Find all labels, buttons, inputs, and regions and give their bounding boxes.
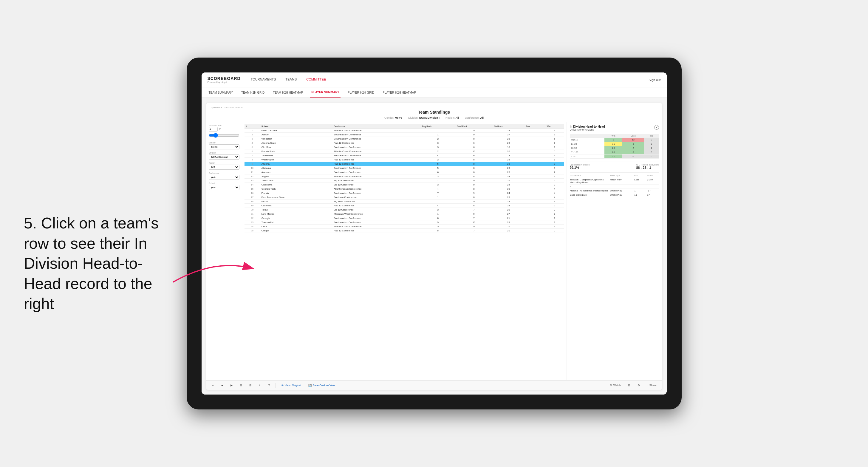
- tour-type: [610, 185, 633, 188]
- subnav-team-h2h-grid[interactable]: TEAM H2H GRID: [240, 87, 266, 97]
- win-cell: 1: [545, 154, 564, 158]
- conf-rank-cell: 9: [455, 212, 493, 216]
- settings-button[interactable]: ⚙: [636, 383, 642, 387]
- copy-button[interactable]: ⊞: [238, 383, 244, 387]
- subnav-player-summary[interactable]: PLAYER SUMMARY: [310, 87, 341, 97]
- conference-cell: Southeastern Conference: [333, 191, 421, 195]
- h2h-loss-cell: 0: [622, 154, 644, 159]
- main-content: Update time: 27/03/2024 16:56:26 Team St…: [202, 98, 667, 395]
- nav-committee[interactable]: COMMITTEE: [305, 77, 327, 82]
- school-select[interactable]: (All): [209, 185, 240, 190]
- rank-cell: 22: [245, 216, 260, 220]
- rank-cell: 6: [245, 149, 260, 154]
- h2h-header: In Division Head-to-Head University of A…: [570, 125, 659, 131]
- clock-button[interactable]: ⏱: [266, 383, 272, 387]
- table-row[interactable]: 16 Florida Southeastern Conference 7 9 2…: [245, 191, 564, 195]
- col-conference: Conference: [333, 124, 421, 128]
- step-forward-button[interactable]: ▶: [229, 383, 235, 387]
- table-row[interactable]: 2 Auburn Southeastern Conference 1 9 27 …: [245, 133, 564, 137]
- table-row[interactable]: 3 Vanderbilt Southeastern Conference 2 8…: [245, 137, 564, 141]
- conf-rank-cell: 8: [455, 175, 493, 179]
- nav-teams[interactable]: TEAMS: [284, 77, 298, 82]
- region-select[interactable]: N/A All: [209, 165, 240, 170]
- no-rnds-cell: 30: [493, 187, 525, 191]
- win-cell: 4: [545, 187, 564, 191]
- share-button[interactable]: ↑ Share: [645, 383, 658, 387]
- tour-cell: [525, 187, 545, 191]
- tournament-row: 1: [570, 185, 659, 189]
- table-row[interactable]: 19 California Pac-12 Conference 4 8 24 2: [245, 204, 564, 208]
- reg-rank-cell: 1: [421, 133, 455, 137]
- table-row[interactable]: 25 Oregon Pac-12 Conference 5 7 21 0: [245, 229, 564, 233]
- table-row[interactable]: 5 Ole Miss Southeastern Conference 3 6 1…: [245, 145, 564, 149]
- table-row[interactable]: 1 North Carolina Atlantic Coast Conferen…: [245, 128, 564, 133]
- wlt-stat: W-L-T record in-division: 86 - 26 - 1: [636, 164, 659, 169]
- table-row[interactable]: 6 Florida State Atlantic Coast Conferenc…: [245, 149, 564, 154]
- subnav-team-h2h-heatmap[interactable]: TEAM H2H HEATMAP: [272, 87, 304, 97]
- conference-select[interactable]: (All): [209, 175, 240, 180]
- subnav-player-h2h-heatmap[interactable]: PLAYER H2H HEATMAP: [381, 87, 417, 97]
- school-cell: Washington: [260, 158, 333, 162]
- table-row[interactable]: 15 Georgia Tech Atlantic Coast Conferenc…: [245, 187, 564, 191]
- reg-rank-cell: 5: [421, 229, 455, 233]
- table-row[interactable]: 7 Tennessee Southeastern Conference 4 6 …: [245, 154, 564, 158]
- undo-button[interactable]: ↩: [210, 383, 216, 387]
- h2h-tie-cell: 0: [644, 142, 659, 146]
- conference-cell: Pac-12 Conference: [333, 158, 421, 162]
- tour-name: Arizona Thunderbirds Intercollegiate: [570, 189, 609, 192]
- table-row[interactable]: 18 Illinois Big Ten Conference 1 9 23 3: [245, 199, 564, 204]
- paste-button[interactable]: ⊟: [247, 383, 253, 387]
- h2h-loss-cell: 2: [622, 146, 644, 150]
- table-row[interactable]: 22 Georgia Southeastern Conference 8 7 2…: [245, 216, 564, 220]
- table-row[interactable]: 9 Arizona Pac-12 Conference 5 8 23 3: [245, 162, 564, 166]
- conf-rank-cell: 9: [455, 128, 493, 133]
- sign-out-link[interactable]: Sign out: [649, 78, 660, 82]
- subnav-player-h2h-grid[interactable]: PLAYER H2H GRID: [346, 87, 375, 97]
- tour-cell: [525, 208, 545, 212]
- h2h-row-label: 11-25: [570, 142, 605, 146]
- grid-button[interactable]: ⊞: [626, 383, 632, 387]
- table-row[interactable]: 4 Arizona State Pac-12 Conference 3 6 26…: [245, 141, 564, 145]
- h2h-close-button[interactable]: ✕: [654, 125, 659, 130]
- table-row[interactable]: 14 Oklahoma Big 12 Conference 3 9 24 2: [245, 183, 564, 187]
- school-cell: New Mexico: [260, 212, 333, 216]
- win-cell: 5: [545, 137, 564, 141]
- reg-rank-cell: 3: [421, 175, 455, 179]
- tour-name: 1: [570, 185, 609, 188]
- tour-cell: [525, 162, 545, 166]
- add-button[interactable]: +: [257, 383, 262, 387]
- col-school: School: [260, 124, 333, 128]
- rank-cell: 19: [245, 204, 260, 208]
- rank-cell: 10: [245, 166, 260, 170]
- table-row[interactable]: 12 Virginia Atlantic Coast Conference 3 …: [245, 175, 564, 179]
- table-row[interactable]: 10 Alabama Southeastern Conference 5 8 2…: [245, 166, 564, 170]
- win-cell: 2: [545, 183, 564, 187]
- subnav-team-summary[interactable]: TEAM SUMMARY: [208, 87, 235, 97]
- table-row[interactable]: 17 East Tennessee State Southern Confere…: [245, 195, 564, 199]
- table-row[interactable]: 23 Texas A&M Southeastern Conference 9 1…: [245, 220, 564, 224]
- step-back-button[interactable]: ◀: [219, 383, 225, 387]
- gender-select[interactable]: Men's Women's: [209, 144, 240, 149]
- conf-rank-cell: 9: [455, 199, 493, 204]
- table-row[interactable]: 8 Washington Pac-12 Conference 2 8 23 1: [245, 158, 564, 162]
- table-row[interactable]: 13 Texas Tech Big 12 Conference 1 9 27 2: [245, 179, 564, 183]
- table-row[interactable]: 21 New Mexico Mountain West Conference 1…: [245, 212, 564, 216]
- tablet-frame: SCOREBOARD Powered by clippd TOURNAMENTS…: [187, 58, 682, 409]
- h2h-team: University of Arizona: [570, 128, 605, 131]
- conf-rank-cell: 8: [455, 158, 493, 162]
- table-row[interactable]: 24 Duke Atlantic Coast Conference 5 9 27…: [245, 224, 564, 229]
- watch-button[interactable]: 👁 Watch: [608, 383, 623, 387]
- filter-region-select: Region N/A All: [209, 162, 240, 170]
- division-select[interactable]: NCAA Division I NCAA Division II: [209, 154, 240, 160]
- min-rounds-input[interactable]: [209, 127, 218, 131]
- win-cell: 0: [545, 208, 564, 212]
- view-original-button[interactable]: 👁 View: Original: [279, 383, 303, 387]
- min-rounds-slider[interactable]: [209, 132, 240, 139]
- table-row[interactable]: 11 Arkansas Southeastern Conference 6 8 …: [245, 170, 564, 175]
- nav-tournaments[interactable]: TOURNAMENTS: [250, 77, 277, 82]
- table-row[interactable]: 20 Texas Big 12 Conference 3 7 20 0: [245, 208, 564, 212]
- tour-cell: [525, 191, 545, 195]
- conf-rank-cell: 8: [455, 204, 493, 208]
- save-custom-view-button[interactable]: 💾 Save Custom View: [307, 383, 337, 387]
- conf-rank-cell: 10: [455, 149, 493, 154]
